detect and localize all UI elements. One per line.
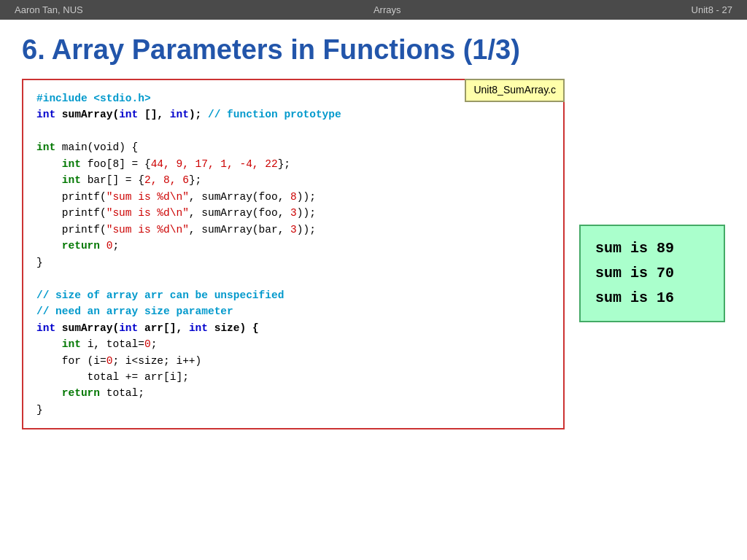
kw-int-size: int — [189, 322, 208, 334]
val-zero: 0 — [144, 338, 151, 350]
code-line-4: int foo[8] = {44, 9, 17, 1, -4, 22}; — [36, 156, 550, 172]
kw-int-bar: int — [62, 174, 81, 186]
code-line-18: } — [36, 402, 550, 418]
bracket-param: [], — [138, 109, 170, 120]
num-3a: 3 — [290, 207, 297, 219]
code-line-10: } — [36, 254, 550, 271]
include-directive: #include <stdio.h> — [36, 93, 151, 104]
header-center: Arrays — [374, 4, 401, 15]
output-line-1: sum is 89 — [595, 236, 709, 261]
main-content: 6. Array Parameters in Functions (1/3) U… — [0, 20, 747, 444]
kw-int-3: int — [170, 109, 189, 120]
foo-vals: 44, 9, 17, 1, -4, 22 — [151, 158, 278, 170]
foo-decl: foo[8] = { — [88, 158, 151, 170]
str-2: "sum is %d\n" — [107, 207, 189, 219]
code-line-12: // need an array size parameter — [36, 303, 550, 319]
str-1: "sum is %d\n" — [107, 191, 189, 203]
bar-vals: 2, 8, 6 — [144, 174, 189, 186]
comment-need: // need an array size parameter — [36, 306, 233, 317]
output-line-2: sum is 70 — [595, 261, 709, 286]
fn-sumarray-proto: sumArray( — [62, 109, 119, 120]
kw-int-2: int — [119, 109, 138, 120]
code-line-17: return total; — [36, 385, 550, 401]
header-left: Aaron Tan, NUS — [15, 4, 83, 15]
code-line-16: total += arr[i]; — [36, 369, 550, 385]
code-line-5: int bar[] = {2, 8, 6}; — [36, 172, 550, 188]
code-line-15: for (i=0; i<size; i++) — [36, 353, 550, 369]
header-bar: Aaron Tan, NUS Arrays Unit8 - 27 — [0, 0, 747, 20]
kw-int-arr: int — [119, 322, 138, 334]
header-right: Unit8 - 27 — [692, 4, 732, 15]
code-line-6: printf("sum is %d\n", sumArray(foo, 8)); — [36, 189, 550, 205]
page-title: 6. Array Parameters in Functions (1/3) — [22, 34, 725, 66]
output-line-3: sum is 16 — [595, 286, 709, 311]
kw-int-main: int — [36, 141, 55, 153]
kw-return-0: return — [62, 240, 100, 252]
str-3: "sum is %d\n" — [107, 224, 189, 236]
code-line-13: int sumArray(int arr[], int size) { — [36, 320, 550, 336]
kw-int-1: int — [36, 109, 55, 120]
code-line-3: int main(void) { — [36, 139, 550, 155]
filename-label: Unit8_SumArray.c — [465, 79, 565, 102]
code-line-2: int sumArray(int [], int); // function p… — [36, 106, 550, 122]
kw-return-total: return — [62, 387, 100, 399]
code-line-11: // size of array arr can be unspecified — [36, 287, 550, 303]
output-box: sum is 89 sum is 70 sum is 16 — [579, 225, 725, 322]
num-8: 8 — [290, 191, 297, 203]
blank-1 — [36, 123, 550, 139]
blank-2 — [36, 271, 550, 287]
code-line-9: return 0; — [36, 238, 550, 254]
comment-proto: // function prototype — [208, 109, 341, 120]
code-line-14: int i, total=0; — [36, 336, 550, 352]
code-container: Unit8_SumArray.c #include <stdio.h> int … — [22, 79, 725, 429]
kw-int-def: int — [36, 322, 55, 334]
num-3b: 3 — [290, 224, 297, 236]
code-box: Unit8_SumArray.c #include <stdio.h> int … — [22, 79, 565, 429]
code-line-8: printf("sum is %d\n", sumArray(bar, 3)); — [36, 222, 550, 238]
comment-size: // size of array arr can be unspecified — [36, 289, 284, 301]
code-line-7: printf("sum is %d\n", sumArray(foo, 3)); — [36, 205, 550, 221]
kw-int-foo: int — [62, 158, 81, 170]
bar-decl: bar[] = { — [88, 174, 144, 186]
kw-int-i: int — [62, 338, 81, 350]
main-sig: main(void) { — [62, 141, 138, 153]
